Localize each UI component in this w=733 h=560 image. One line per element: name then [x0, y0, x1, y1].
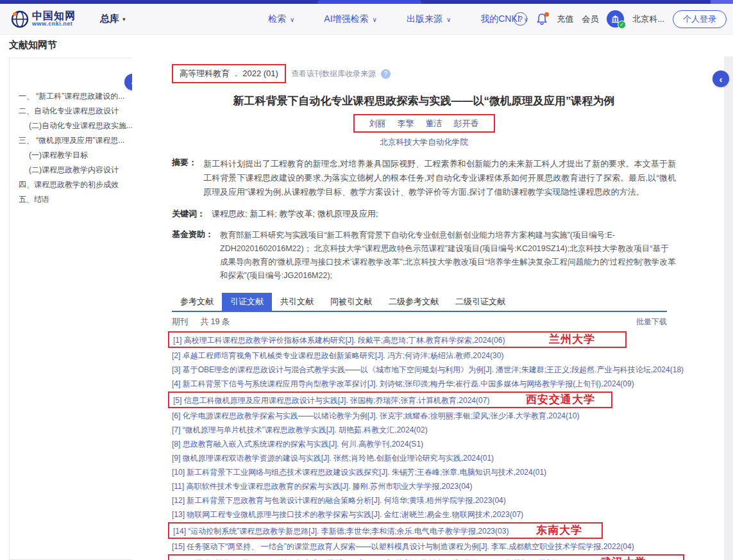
chevron-down-icon: ∨ — [446, 16, 451, 23]
citation-item[interactable]: [5] 信息工科微机原理及应用课程思政设计与实践[J]. 张国梅;乔瑞萍;张育.… — [173, 396, 489, 405]
help-icon[interactable]: ? — [514, 12, 527, 26]
keywords-text[interactable]: 课程思政; 新工科; 教学改革; 微机原理及应用; — [212, 208, 378, 220]
institution-avatar[interactable]: ✓ — [607, 10, 624, 28]
verified-check-icon: ✓ — [618, 21, 626, 29]
tab-二级参考文献[interactable]: 二级参考文献 — [380, 293, 447, 311]
journal-db-link[interactable]: 查看该刊数据库收录来源 — [291, 69, 376, 79]
author-link[interactable]: 彭开香 — [454, 119, 479, 128]
chevron-down-icon: ∨ — [373, 16, 377, 23]
sidebar-outline-item[interactable]: (二)课程思政教学内容设计 — [10, 163, 133, 177]
globe-icon — [10, 10, 29, 29]
sidebar-outline-item[interactable]: 一、 “新工科”课程思政建设的... — [10, 89, 133, 104]
bell-icon[interactable] — [535, 13, 548, 26]
citation-tabs: 参考文献引证文献共引文献同被引文献二级参考文献二级引证文献 — [172, 293, 667, 312]
highlight-box: [1] 高校理工科课程思政教学评价指标体系建构研究[J]. 段戴平;高思琦;丁林… — [168, 331, 627, 348]
citation-item[interactable]: [4] 新工科背景下信号与系统课程应用导向型教学改革探讨[J]. 刘诗铭;张印强… — [168, 377, 723, 391]
tab-二级引证文献[interactable]: 二级引证文献 — [447, 293, 514, 311]
highlight-box: [14] “运动控制系统”课程思政教学新思路[J]. 李新德;李世华;李和清;余… — [168, 522, 603, 539]
citation-item[interactable]: [15] 任务驱动下“两坚持、 一结合”的课堂思政育人探索——以塑料模具设计与制… — [168, 539, 723, 554]
chevron-down-icon: ∨ — [290, 16, 294, 23]
article-title: 新工科背景下自动化专业课程思政探索与实践——以“微机原理及应用”课程为例 — [172, 94, 676, 108]
fund-text: 教育部新工科研究与实践项目“新工科教育背景下自动化专业创意创新创业能力培养方案构… — [220, 229, 676, 283]
citation-item[interactable]: [12] 新工科背景下思政教育与包装设计课程的融合策略分析[J]. 何培华;黄瑛… — [168, 493, 723, 507]
menu-item-1[interactable]: AI增强检索∨ — [324, 13, 377, 25]
menu-item-2[interactable]: 出版来源∨ — [407, 13, 451, 25]
sidebar-outline-item[interactable]: 四、课程思政教学的初步成效 — [10, 177, 133, 192]
annotation-text: 武汉大学 — [600, 556, 646, 560]
citation-item[interactable]: [7] “微机原理与单片机技术”课程思政教学实践[J]. 胡艳茹.科教文汇,20… — [168, 423, 723, 437]
citation-item[interactable]: [11] 高职软件技术专业课程思政教育的探索与实践[J]. 滕刚.苏州市职业大学… — [168, 479, 723, 493]
tab-共引文献[interactable]: 共引文献 — [272, 293, 322, 311]
citation-item[interactable]: [8] 思政教育融入嵌入式系统课程的探索与实践[J]. 何川.高教学刊,2024… — [168, 437, 723, 451]
abstract-text: 新工科计划提出了工程教育的新理念,对培养兼具国际视野、工程素养和创新能力的未来新… — [203, 157, 676, 199]
citation-item[interactable]: [6] 化学电源课程思政教学探索与实践——以绪论教学为例[J]. 张克宇;姚耀春… — [168, 409, 723, 423]
main-menus: 检索∨AI增强检索∨出版来源∨我的CNKI∨ — [268, 4, 528, 34]
result-count: 共 19 条 — [200, 317, 230, 326]
source-type-label[interactable]: 期刊 — [172, 317, 188, 326]
author-link[interactable]: 董洁 — [426, 119, 442, 128]
main-content: 高等理科教育 ． 2022 (01) 查看该刊数据库收录来源 ? 新工科背景下自… — [132, 56, 723, 560]
journal-source-box[interactable]: 高等理科教育 ． 2022 (01) — [172, 64, 286, 83]
authors-box: 刘丽李擎董洁彭开香 — [353, 114, 495, 133]
citation-item[interactable]: [2] 卓越工程师培育视角下机械类专业课程思政创新策略研究[J]. 冯方;何诗洋… — [168, 349, 723, 363]
caret-down-icon: ▾ — [122, 16, 126, 22]
annotation-text: 东南大学 — [536, 523, 582, 538]
batch-download-link[interactable]: 批量下载 — [636, 317, 667, 327]
logo-text: 中国知网 — [32, 11, 76, 21]
author-link[interactable]: 李擎 — [398, 119, 414, 128]
abstract-label: 摘要： — [172, 157, 197, 199]
sidebar-outline-item[interactable]: 二、自动化专业课程思政设计 — [10, 104, 133, 119]
list-meta: 期刊 共 19 条 — [172, 317, 230, 327]
recharge-link[interactable]: 充值 — [557, 13, 573, 25]
citation-list: [1] 高校理工科课程思政教学评价指标体系建构研究[J]. 段戴平;高思琦;丁林… — [168, 331, 723, 560]
top-navbar: 中国知网 www.cnki.net 总库 ▾ 检索∨AI增强检索∨出版来源∨我的… — [0, 4, 733, 35]
logo-url: www.cnki.net — [32, 21, 76, 27]
citation-item[interactable]: [13] 物联网工程专业微机原理与接口技术的教学探索与实践[J]. 金红;谢晓兰… — [168, 507, 723, 522]
sidebar-outline-item[interactable]: 五、结语 — [10, 192, 133, 207]
sidebar-outline-item[interactable]: 三、 “微机原理及应用”课程思... — [10, 133, 133, 148]
citation-item[interactable]: [3] 基于OBE理念的课程思政设计与混合式教学实践——以《城市地下空间规划与利… — [168, 363, 723, 377]
affiliation-link[interactable]: 北京科技大学自动化学院 — [172, 137, 676, 148]
org-name[interactable]: 北京科... — [632, 13, 664, 25]
outline-sidebar: ‹ 一、 “新工科”课程思政建设的...二、自动化专业课程思政设计(二)自动化专… — [9, 58, 133, 560]
tab-参考文献[interactable]: 参考文献 — [172, 293, 222, 311]
member-link[interactable]: 会员 — [582, 13, 598, 25]
highlight-box: [16] 医学生对循证医学课程思政认知与态度的横断面研究[J]. 王宇;曾宪涛;… — [168, 554, 684, 560]
outline-list: 一、 “新工科”课程思政建设的...二、自动化专业课程思政设计(二)自动化专业课… — [10, 89, 133, 207]
citation-item[interactable]: [14] “运动控制系统”课程思政教学新思路[J]. 李新德;李世华;李和清;余… — [173, 527, 509, 536]
tab-引证文献[interactable]: 引证文献 — [222, 293, 272, 311]
tab-同被引文献[interactable]: 同被引文献 — [322, 293, 380, 311]
page-title: 文献知网节 — [9, 39, 57, 51]
menu-item-0[interactable]: 检索∨ — [268, 13, 294, 25]
notification-dot — [544, 12, 549, 17]
citation-item[interactable]: [1] 高校理工科课程思政教学评价指标体系建构研究[J]. 段戴平;高思琦;丁林… — [173, 336, 505, 345]
cnki-logo[interactable]: 中国知网 www.cnki.net — [10, 10, 76, 29]
main-collapse-button[interactable]: ‹ — [712, 70, 729, 87]
keywords-label: 关键词： — [172, 208, 205, 220]
highlight-box: [5] 信息工科微机原理及应用课程思政设计与实践[J]. 张国梅;乔瑞萍;张育.… — [168, 391, 612, 408]
annotation-text: 西安交通大学 — [526, 393, 595, 407]
header-right: ? 充值 会员 ✓ 北京科... 个人登录 — [514, 4, 727, 34]
fund-label: 基金资助： — [172, 229, 214, 283]
citation-item[interactable]: [10] 新工科背景下工业网络与组态技术课程思政建设实践探究[J]. 朱锡芳;王… — [168, 465, 723, 479]
author-link[interactable]: 刘丽 — [369, 119, 386, 128]
annotation-text: 兰州大学 — [549, 333, 595, 347]
sidebar-outline-item[interactable]: (二)自动化专业课程思政实施... — [10, 119, 133, 133]
zongku-dropdown[interactable]: 总库 ▾ — [100, 13, 126, 25]
right-edge-strip — [724, 56, 733, 560]
citation-item[interactable]: [9] 微机原理课程双语教学资源的建设与实践[J]. 张然;肖玲艳.创新创业理论… — [168, 451, 723, 465]
journal-help-icon[interactable]: ? — [381, 69, 391, 79]
sidebar-outline-item[interactable]: (一)课程教学目标 — [10, 148, 133, 163]
login-button[interactable]: 个人登录 — [673, 10, 727, 28]
